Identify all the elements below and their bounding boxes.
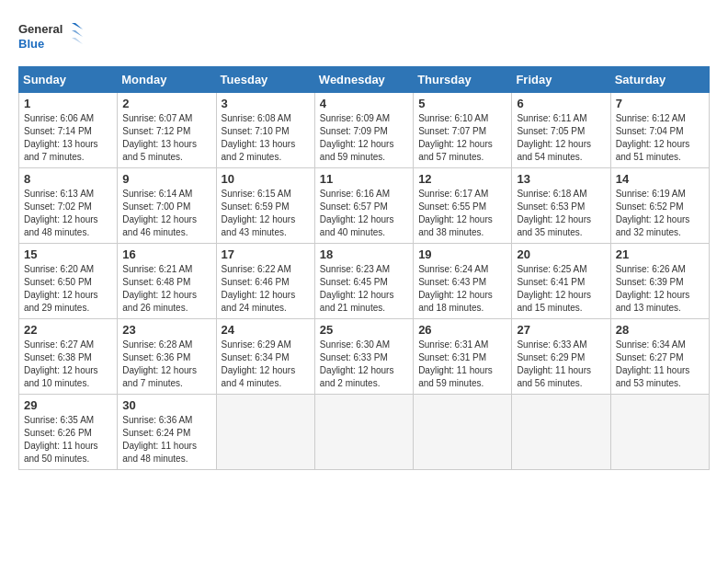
- calendar-cell: 28Sunrise: 6:34 AM Sunset: 6:27 PM Dayli…: [610, 319, 709, 395]
- day-info: Sunrise: 6:24 AM Sunset: 6:43 PM Dayligh…: [418, 263, 506, 315]
- weekday-header: Thursday: [414, 67, 512, 93]
- day-info: Sunrise: 6:12 AM Sunset: 7:04 PM Dayligh…: [616, 112, 704, 164]
- calendar-cell: 15Sunrise: 6:20 AM Sunset: 6:50 PM Dayli…: [19, 244, 118, 319]
- svg-text:General: General: [18, 22, 63, 36]
- calendar-cell: [216, 395, 314, 470]
- calendar-cell: [512, 395, 610, 470]
- day-number: 15: [24, 247, 112, 261]
- day-number: 23: [122, 323, 210, 337]
- weekday-header-row: SundayMondayTuesdayWednesdayThursdayFrid…: [19, 67, 710, 93]
- day-info: Sunrise: 6:27 AM Sunset: 6:38 PM Dayligh…: [24, 339, 112, 390]
- day-info: Sunrise: 6:31 AM Sunset: 6:31 PM Dayligh…: [418, 339, 506, 390]
- day-info: Sunrise: 6:10 AM Sunset: 7:07 PM Dayligh…: [418, 112, 506, 164]
- calendar-cell: 7Sunrise: 6:12 AM Sunset: 7:04 PM Daylig…: [610, 93, 709, 168]
- calendar-cell: 1Sunrise: 6:06 AM Sunset: 7:14 PM Daylig…: [19, 93, 118, 168]
- calendar-cell: 24Sunrise: 6:29 AM Sunset: 6:34 PM Dayli…: [216, 319, 314, 395]
- day-info: Sunrise: 6:20 AM Sunset: 6:50 PM Dayligh…: [24, 263, 112, 315]
- day-info: Sunrise: 6:25 AM Sunset: 6:41 PM Dayligh…: [517, 263, 605, 315]
- weekday-header: Saturday: [610, 67, 709, 93]
- day-number: 30: [122, 398, 210, 412]
- day-number: 21: [616, 247, 704, 261]
- calendar-cell: [314, 395, 413, 470]
- calendar-cell: 25Sunrise: 6:30 AM Sunset: 6:33 PM Dayli…: [314, 319, 413, 395]
- calendar-cell: 29Sunrise: 6:35 AM Sunset: 6:26 PM Dayli…: [19, 395, 118, 470]
- svg-marker-3: [72, 30, 83, 37]
- day-number: 12: [418, 172, 506, 186]
- day-number: 22: [24, 323, 112, 337]
- calendar-cell: 12Sunrise: 6:17 AM Sunset: 6:55 PM Dayli…: [414, 168, 512, 244]
- day-number: 13: [517, 172, 605, 186]
- day-info: Sunrise: 6:28 AM Sunset: 6:36 PM Dayligh…: [122, 339, 210, 390]
- day-info: Sunrise: 6:13 AM Sunset: 7:02 PM Dayligh…: [24, 188, 112, 239]
- day-number: 16: [122, 247, 210, 261]
- day-info: Sunrise: 6:22 AM Sunset: 6:46 PM Dayligh…: [222, 263, 310, 315]
- calendar-cell: [610, 395, 709, 470]
- calendar-cell: 16Sunrise: 6:21 AM Sunset: 6:48 PM Dayli…: [118, 244, 216, 319]
- calendar-cell: 10Sunrise: 6:15 AM Sunset: 6:59 PM Dayli…: [216, 168, 314, 244]
- calendar-cell: 18Sunrise: 6:23 AM Sunset: 6:45 PM Dayli…: [314, 244, 413, 319]
- day-info: Sunrise: 6:17 AM Sunset: 6:55 PM Dayligh…: [418, 188, 506, 239]
- day-info: Sunrise: 6:19 AM Sunset: 6:52 PM Dayligh…: [616, 188, 704, 239]
- calendar-cell: 21Sunrise: 6:26 AM Sunset: 6:39 PM Dayli…: [610, 244, 709, 319]
- day-info: Sunrise: 6:34 AM Sunset: 6:27 PM Dayligh…: [616, 339, 704, 390]
- day-number: 5: [418, 97, 506, 110]
- day-number: 11: [320, 172, 408, 186]
- calendar-cell: 2Sunrise: 6:07 AM Sunset: 7:12 PM Daylig…: [118, 93, 216, 168]
- calendar-cell: 26Sunrise: 6:31 AM Sunset: 6:31 PM Dayli…: [414, 319, 512, 395]
- calendar-week-row: 1Sunrise: 6:06 AM Sunset: 7:14 PM Daylig…: [19, 93, 710, 168]
- weekday-header: Monday: [118, 67, 216, 93]
- day-info: Sunrise: 6:36 AM Sunset: 6:24 PM Dayligh…: [122, 414, 210, 465]
- day-info: Sunrise: 6:09 AM Sunset: 7:09 PM Dayligh…: [320, 112, 408, 164]
- calendar-cell: 27Sunrise: 6:33 AM Sunset: 6:29 PM Dayli…: [512, 319, 610, 395]
- calendar-cell: 13Sunrise: 6:18 AM Sunset: 6:53 PM Dayli…: [512, 168, 610, 244]
- day-number: 6: [517, 97, 605, 110]
- day-number: 17: [222, 247, 310, 261]
- day-info: Sunrise: 6:26 AM Sunset: 6:39 PM Dayligh…: [616, 263, 704, 315]
- day-info: Sunrise: 6:15 AM Sunset: 6:59 PM Dayligh…: [222, 188, 310, 239]
- day-number: 2: [122, 97, 210, 110]
- day-number: 27: [517, 323, 605, 337]
- calendar-cell: 30Sunrise: 6:36 AM Sunset: 6:24 PM Dayli…: [118, 395, 216, 470]
- weekday-header: Sunday: [19, 67, 118, 93]
- day-number: 1: [24, 97, 112, 110]
- page-header: General Blue: [18, 18, 710, 57]
- calendar-week-row: 8Sunrise: 6:13 AM Sunset: 7:02 PM Daylig…: [19, 168, 710, 244]
- day-info: Sunrise: 6:30 AM Sunset: 6:33 PM Dayligh…: [320, 339, 408, 390]
- calendar-cell: 23Sunrise: 6:28 AM Sunset: 6:36 PM Dayli…: [118, 319, 216, 395]
- day-number: 26: [418, 323, 506, 337]
- day-number: 7: [616, 97, 704, 110]
- day-number: 4: [320, 97, 408, 110]
- day-info: Sunrise: 6:33 AM Sunset: 6:29 PM Dayligh…: [517, 339, 605, 390]
- day-number: 20: [517, 247, 605, 261]
- calendar-cell: 19Sunrise: 6:24 AM Sunset: 6:43 PM Dayli…: [414, 244, 512, 319]
- day-number: 14: [616, 172, 704, 186]
- day-info: Sunrise: 6:35 AM Sunset: 6:26 PM Dayligh…: [24, 414, 112, 465]
- calendar-table: SundayMondayTuesdayWednesdayThursdayFrid…: [18, 66, 710, 470]
- calendar-week-row: 29Sunrise: 6:35 AM Sunset: 6:26 PM Dayli…: [19, 395, 710, 470]
- day-number: 29: [24, 398, 112, 412]
- day-info: Sunrise: 6:23 AM Sunset: 6:45 PM Dayligh…: [320, 263, 408, 315]
- svg-marker-4: [72, 38, 83, 44]
- day-number: 10: [222, 172, 310, 186]
- weekday-header: Tuesday: [216, 67, 314, 93]
- logo: General Blue: [18, 18, 83, 57]
- day-number: 28: [616, 323, 704, 337]
- day-info: Sunrise: 6:08 AM Sunset: 7:10 PM Dayligh…: [222, 112, 310, 164]
- day-info: Sunrise: 6:16 AM Sunset: 6:57 PM Dayligh…: [320, 188, 408, 239]
- svg-text:Blue: Blue: [18, 37, 44, 51]
- calendar-cell: 6Sunrise: 6:11 AM Sunset: 7:05 PM Daylig…: [512, 93, 610, 168]
- logo-svg: General Blue: [18, 18, 83, 57]
- calendar-cell: 11Sunrise: 6:16 AM Sunset: 6:57 PM Dayli…: [314, 168, 413, 244]
- calendar-cell: 22Sunrise: 6:27 AM Sunset: 6:38 PM Dayli…: [19, 319, 118, 395]
- calendar-week-row: 22Sunrise: 6:27 AM Sunset: 6:38 PM Dayli…: [19, 319, 710, 395]
- day-info: Sunrise: 6:07 AM Sunset: 7:12 PM Dayligh…: [122, 112, 210, 164]
- day-info: Sunrise: 6:29 AM Sunset: 6:34 PM Dayligh…: [222, 339, 310, 390]
- day-number: 25: [320, 323, 408, 337]
- calendar-cell: 14Sunrise: 6:19 AM Sunset: 6:52 PM Dayli…: [610, 168, 709, 244]
- calendar-cell: 8Sunrise: 6:13 AM Sunset: 7:02 PM Daylig…: [19, 168, 118, 244]
- day-number: 3: [222, 97, 310, 110]
- calendar-cell: 9Sunrise: 6:14 AM Sunset: 7:00 PM Daylig…: [118, 168, 216, 244]
- calendar-cell: 20Sunrise: 6:25 AM Sunset: 6:41 PM Dayli…: [512, 244, 610, 319]
- day-number: 8: [24, 172, 112, 186]
- day-info: Sunrise: 6:21 AM Sunset: 6:48 PM Dayligh…: [122, 263, 210, 315]
